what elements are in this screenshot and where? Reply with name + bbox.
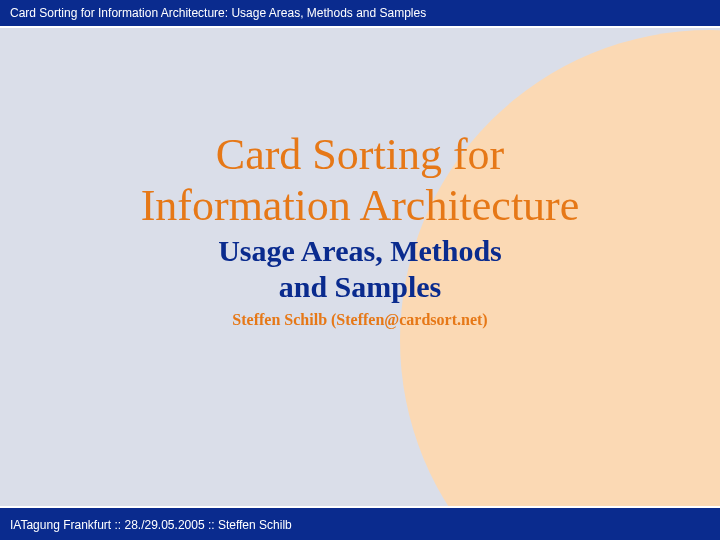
title-line-1: Card Sorting for bbox=[216, 130, 504, 179]
subtitle-line-2: and Samples bbox=[279, 270, 442, 303]
author-line: Steffen Schilb (Steffen@cardsort.net) bbox=[60, 311, 660, 329]
footer-bar: IATagung Frankfurt :: 28./29.05.2005 :: … bbox=[0, 506, 720, 540]
footer-text: IATagung Frankfurt :: 28./29.05.2005 :: … bbox=[10, 518, 292, 532]
title-line-2: Information Architecture bbox=[141, 181, 580, 230]
slide-title: Card Sorting for Information Architectur… bbox=[60, 130, 660, 231]
slide: Card Sorting for Information Architectur… bbox=[0, 0, 720, 540]
slide-content: Card Sorting for Information Architectur… bbox=[0, 130, 720, 329]
header-bar: Card Sorting for Information Architectur… bbox=[0, 0, 720, 28]
header-text: Card Sorting for Information Architectur… bbox=[10, 6, 426, 20]
subtitle-line-1: Usage Areas, Methods bbox=[218, 234, 502, 267]
slide-subtitle: Usage Areas, Methods and Samples bbox=[60, 233, 660, 305]
